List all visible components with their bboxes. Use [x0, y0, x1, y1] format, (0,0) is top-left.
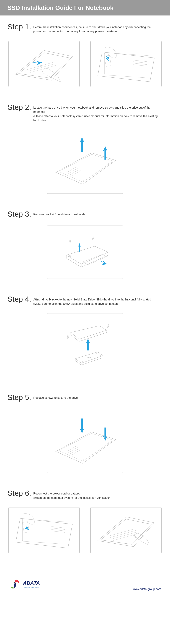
svg-line-12: [70, 170, 79, 174]
svg-line-47: [108, 529, 135, 536]
step-5: Step 5. Replace screws to secure the dri…: [8, 393, 162, 473]
step-label: Step 3.: [8, 210, 31, 218]
illustration-step5: [47, 409, 123, 473]
svg-line-7: [133, 63, 147, 64]
svg-line-52: [133, 535, 140, 540]
step-head: Step 5. Replace screws to secure the dri…: [8, 393, 162, 402]
step-text: Locate the hard drive bay on your notebo…: [33, 103, 158, 123]
illustration-step6-a: [8, 507, 80, 554]
svg-point-31: [96, 353, 97, 354]
svg-point-24: [67, 337, 68, 338]
svg-point-15: [108, 164, 109, 165]
step-head: Step 3. Remove bracket from drive and se…: [8, 210, 162, 218]
illustration-step1-a: [8, 41, 80, 87]
step-text: Before the installation commences, be su…: [33, 22, 158, 34]
illustration-step3: [47, 226, 123, 279]
step-2: Step 2. Locate the hard drive bay on you…: [8, 103, 162, 194]
illustration-step4: ADATA: [47, 313, 123, 377]
page-title: SSD Installation Guide For Notebook: [8, 4, 113, 11]
illustration-step1-b: [90, 41, 162, 87]
step-head: Step 1. Before the installation commence…: [8, 22, 162, 34]
step-label: Step 1.: [8, 22, 31, 31]
svg-line-43: [52, 528, 65, 529]
step-6: Step 6. Reconnect the power cord or batt…: [8, 489, 162, 554]
svg-line-10: [67, 167, 76, 172]
svg-line-37: [70, 448, 79, 454]
content: Step 1. Before the installation commence…: [0, 16, 170, 573]
svg-point-33: [100, 356, 101, 356]
brand-name: ADATA: [23, 580, 40, 586]
svg-line-5: [133, 60, 147, 62]
svg-line-35: [67, 446, 76, 451]
step-1: Step 1. Before the installation commence…: [8, 22, 162, 87]
step-head: Step 6. Reconnect the power cord or batt…: [8, 489, 162, 500]
svg-rect-46: [22, 522, 29, 533]
step-4: Step 4. Attach drive bracket to the new …: [8, 295, 162, 377]
svg-point-14: [82, 180, 83, 181]
step-label: Step 6.: [8, 489, 31, 498]
svg-point-20: [69, 242, 71, 243]
step-text: Reconnect the power cord or battery. Swi…: [33, 489, 111, 500]
illustration-step2: [47, 130, 123, 194]
svg-line-42: [52, 526, 65, 528]
step-text: Attach drive bracket to the new Solid-St…: [33, 295, 158, 306]
svg-line-48: [110, 530, 136, 538]
page-header: SSD Installation Guide For Notebook: [0, 0, 170, 16]
svg-point-25: [107, 326, 109, 328]
step-head: Step 4. Attach drive bracket to the new …: [8, 295, 162, 306]
svg-line-13: [71, 171, 80, 176]
step-label: Step 4.: [8, 295, 31, 304]
svg-line-50: [113, 533, 139, 541]
svg-line-38: [71, 450, 80, 455]
footer-url: www.adata-group.com: [133, 588, 161, 591]
svg-point-39: [82, 459, 83, 460]
svg-point-30: [77, 358, 78, 359]
brand-tagline: Love·Life·Dreams: [23, 586, 40, 589]
step-3: Step 3. Remove bracket from drive and se…: [8, 210, 162, 279]
hummingbird-icon: [9, 578, 21, 591]
svg-line-49: [111, 532, 138, 539]
footer: ADATA Love·Life·Dreams www.adata-group.c…: [0, 573, 170, 598]
svg-line-8: [133, 64, 147, 66]
svg-line-45: [52, 531, 65, 532]
brand-logo: ADATA Love·Life·Dreams: [9, 578, 40, 591]
svg-line-36: [69, 447, 78, 452]
illustration-step6-b: [90, 507, 162, 554]
step-label: Step 2.: [8, 103, 31, 112]
svg-point-32: [82, 362, 83, 362]
step-text: Remove bracket from drive and set aside: [33, 210, 85, 216]
svg-line-44: [52, 530, 65, 531]
svg-text:ADATA: ADATA: [86, 356, 91, 358]
step-label: Step 5.: [8, 393, 31, 402]
svg-line-11: [69, 168, 78, 173]
step-text: Replace screws to secure the drive.: [33, 393, 78, 400]
step-head: Step 2. Locate the hard drive bay on you…: [8, 103, 162, 123]
svg-point-40: [108, 442, 109, 444]
svg-line-6: [133, 62, 147, 63]
